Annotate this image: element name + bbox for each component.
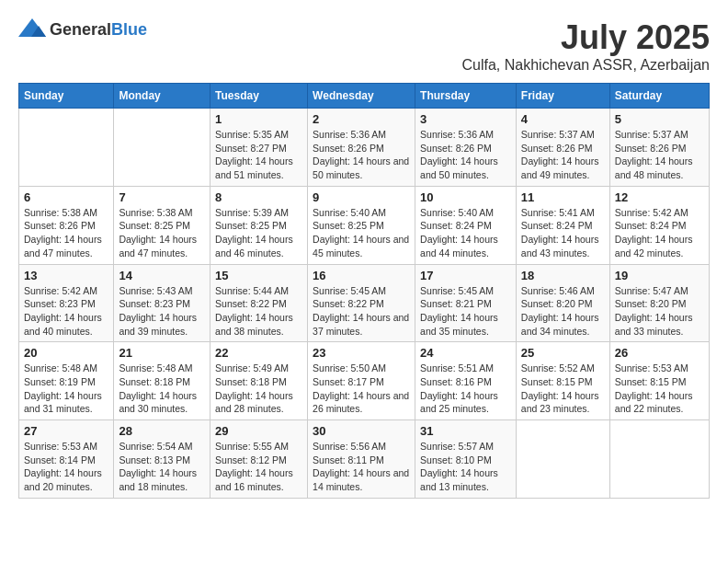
- calendar-cell: [609, 420, 709, 499]
- calendar-cell: 7 Sunrise: 5:38 AMSunset: 8:25 PMDayligh…: [114, 186, 210, 264]
- logo-text-general: General: [50, 20, 111, 39]
- day-number: 7: [119, 190, 205, 204]
- cell-info: Sunrise: 5:56 AMSunset: 8:11 PMDaylight:…: [313, 440, 410, 494]
- day-number: 20: [24, 346, 108, 360]
- cell-info: Sunrise: 5:36 AMSunset: 8:26 PMDaylight:…: [313, 128, 410, 182]
- cell-info: Sunrise: 5:45 AMSunset: 8:22 PMDaylight:…: [313, 284, 410, 339]
- calendar-cell: 26 Sunrise: 5:53 AMSunset: 8:15 PMDaylig…: [609, 342, 709, 420]
- header-thursday: Thursday: [415, 84, 517, 109]
- cell-info: Sunrise: 5:46 AMSunset: 8:20 PMDaylight:…: [521, 284, 605, 339]
- calendar-cell: 2 Sunrise: 5:36 AMSunset: 8:26 PMDayligh…: [308, 109, 415, 187]
- calendar-title: July 2025: [462, 18, 710, 57]
- calendar-cell: 29 Sunrise: 5:55 AMSunset: 8:12 PMDaylig…: [210, 420, 308, 499]
- day-number: 11: [521, 190, 605, 204]
- cell-info: Sunrise: 5:43 AMSunset: 8:23 PMDaylight:…: [119, 284, 205, 339]
- cell-info: Sunrise: 5:40 AMSunset: 8:25 PMDaylight:…: [313, 206, 410, 260]
- cell-info: Sunrise: 5:45 AMSunset: 8:21 PMDaylight:…: [420, 284, 511, 339]
- calendar-cell: 19 Sunrise: 5:47 AMSunset: 8:20 PMDaylig…: [609, 264, 709, 342]
- logo-text-blue: Blue: [111, 20, 147, 39]
- calendar-cell: 30 Sunrise: 5:56 AMSunset: 8:11 PMDaylig…: [308, 420, 415, 499]
- day-number: 22: [215, 346, 302, 360]
- calendar-cell: 23 Sunrise: 5:50 AMSunset: 8:17 PMDaylig…: [308, 342, 415, 420]
- day-number: 27: [24, 424, 108, 438]
- calendar-cell: 11 Sunrise: 5:41 AMSunset: 8:24 PMDaylig…: [516, 186, 609, 264]
- day-number: 28: [119, 424, 205, 438]
- calendar-cell: 3 Sunrise: 5:36 AMSunset: 8:26 PMDayligh…: [415, 109, 517, 187]
- title-block: July 2025 Culfa, Nakhichevan ASSR, Azerb…: [462, 18, 710, 74]
- cell-info: Sunrise: 5:35 AMSunset: 8:27 PMDaylight:…: [215, 128, 302, 182]
- calendar-cell: 15 Sunrise: 5:44 AMSunset: 8:22 PMDaylig…: [210, 264, 308, 342]
- cell-info: Sunrise: 5:48 AMSunset: 8:19 PMDaylight:…: [24, 362, 108, 416]
- calendar-cell: 13 Sunrise: 5:42 AMSunset: 8:23 PMDaylig…: [19, 264, 114, 342]
- cell-info: Sunrise: 5:51 AMSunset: 8:16 PMDaylight:…: [420, 362, 511, 416]
- cell-info: Sunrise: 5:53 AMSunset: 8:15 PMDaylight:…: [615, 362, 704, 416]
- cell-info: Sunrise: 5:40 AMSunset: 8:24 PMDaylight:…: [420, 206, 511, 260]
- calendar-cell: 12 Sunrise: 5:42 AMSunset: 8:24 PMDaylig…: [609, 186, 709, 264]
- day-number: 24: [420, 346, 511, 360]
- calendar-header: SundayMondayTuesdayWednesdayThursdayFrid…: [19, 84, 710, 109]
- calendar-cell: 31 Sunrise: 5:57 AMSunset: 8:10 PMDaylig…: [415, 420, 517, 499]
- week-row-5: 27 Sunrise: 5:53 AMSunset: 8:14 PMDaylig…: [19, 420, 710, 499]
- day-number: 19: [615, 269, 704, 282]
- calendar-cell: 21 Sunrise: 5:48 AMSunset: 8:18 PMDaylig…: [114, 342, 210, 420]
- logo-icon: [18, 18, 46, 40]
- calendar-cell: 27 Sunrise: 5:53 AMSunset: 8:14 PMDaylig…: [19, 420, 114, 499]
- day-number: 13: [24, 269, 108, 282]
- calendar-subtitle: Culfa, Nakhichevan ASSR, Azerbaijan: [462, 57, 710, 74]
- logo: GeneralBlue: [18, 18, 147, 40]
- cell-info: Sunrise: 5:48 AMSunset: 8:18 PMDaylight:…: [119, 362, 205, 416]
- day-number: 30: [313, 424, 410, 438]
- cell-info: Sunrise: 5:53 AMSunset: 8:14 PMDaylight:…: [24, 440, 108, 494]
- calendar-cell: 18 Sunrise: 5:46 AMSunset: 8:20 PMDaylig…: [516, 264, 609, 342]
- header-friday: Friday: [516, 84, 609, 109]
- calendar-cell: [19, 109, 114, 187]
- day-number: 8: [215, 190, 302, 204]
- cell-info: Sunrise: 5:37 AMSunset: 8:26 PMDaylight:…: [521, 128, 605, 182]
- header-saturday: Saturday: [609, 84, 709, 109]
- calendar-cell: 8 Sunrise: 5:39 AMSunset: 8:25 PMDayligh…: [210, 186, 308, 264]
- day-number: 25: [521, 346, 605, 360]
- header-wednesday: Wednesday: [308, 84, 415, 109]
- header-sunday: Sunday: [19, 84, 114, 109]
- calendar-cell: 24 Sunrise: 5:51 AMSunset: 8:16 PMDaylig…: [415, 342, 517, 420]
- cell-info: Sunrise: 5:42 AMSunset: 8:23 PMDaylight:…: [24, 284, 108, 339]
- calendar-cell: [114, 109, 210, 187]
- cell-info: Sunrise: 5:38 AMSunset: 8:26 PMDaylight:…: [24, 206, 108, 260]
- day-number: 18: [521, 269, 605, 282]
- day-number: 1: [215, 112, 302, 126]
- week-row-2: 6 Sunrise: 5:38 AMSunset: 8:26 PMDayligh…: [19, 186, 710, 264]
- calendar-cell: 20 Sunrise: 5:48 AMSunset: 8:19 PMDaylig…: [19, 342, 114, 420]
- page-header: GeneralBlue July 2025 Culfa, Nakhichevan…: [18, 18, 710, 74]
- header-monday: Monday: [114, 84, 210, 109]
- cell-info: Sunrise: 5:57 AMSunset: 8:10 PMDaylight:…: [420, 440, 511, 494]
- calendar-cell: 28 Sunrise: 5:54 AMSunset: 8:13 PMDaylig…: [114, 420, 210, 499]
- calendar-cell: [516, 420, 609, 499]
- calendar-cell: 14 Sunrise: 5:43 AMSunset: 8:23 PMDaylig…: [114, 264, 210, 342]
- day-number: 26: [615, 346, 704, 360]
- cell-info: Sunrise: 5:49 AMSunset: 8:18 PMDaylight:…: [215, 362, 302, 416]
- cell-info: Sunrise: 5:42 AMSunset: 8:24 PMDaylight:…: [615, 206, 704, 260]
- day-number: 10: [420, 190, 511, 204]
- cell-info: Sunrise: 5:50 AMSunset: 8:17 PMDaylight:…: [313, 362, 410, 416]
- calendar-cell: 17 Sunrise: 5:45 AMSunset: 8:21 PMDaylig…: [415, 264, 517, 342]
- day-number: 4: [521, 112, 605, 126]
- calendar-cell: 22 Sunrise: 5:49 AMSunset: 8:18 PMDaylig…: [210, 342, 308, 420]
- day-number: 31: [420, 424, 511, 438]
- week-row-4: 20 Sunrise: 5:48 AMSunset: 8:19 PMDaylig…: [19, 342, 710, 420]
- calendar-cell: 10 Sunrise: 5:40 AMSunset: 8:24 PMDaylig…: [415, 186, 517, 264]
- cell-info: Sunrise: 5:54 AMSunset: 8:13 PMDaylight:…: [119, 440, 205, 494]
- cell-info: Sunrise: 5:38 AMSunset: 8:25 PMDaylight:…: [119, 206, 205, 260]
- calendar-cell: 4 Sunrise: 5:37 AMSunset: 8:26 PMDayligh…: [516, 109, 609, 187]
- day-number: 12: [615, 190, 704, 204]
- header-tuesday: Tuesday: [210, 84, 308, 109]
- calendar-cell: 16 Sunrise: 5:45 AMSunset: 8:22 PMDaylig…: [308, 264, 415, 342]
- day-number: 2: [313, 112, 410, 126]
- cell-info: Sunrise: 5:55 AMSunset: 8:12 PMDaylight:…: [215, 440, 302, 494]
- cell-info: Sunrise: 5:39 AMSunset: 8:25 PMDaylight:…: [215, 206, 302, 260]
- day-number: 6: [24, 190, 108, 204]
- calendar-cell: 1 Sunrise: 5:35 AMSunset: 8:27 PMDayligh…: [210, 109, 308, 187]
- cell-info: Sunrise: 5:37 AMSunset: 8:26 PMDaylight:…: [615, 128, 704, 182]
- day-number: 5: [615, 112, 704, 126]
- week-row-1: 1 Sunrise: 5:35 AMSunset: 8:27 PMDayligh…: [19, 109, 710, 187]
- calendar-cell: 25 Sunrise: 5:52 AMSunset: 8:15 PMDaylig…: [516, 342, 609, 420]
